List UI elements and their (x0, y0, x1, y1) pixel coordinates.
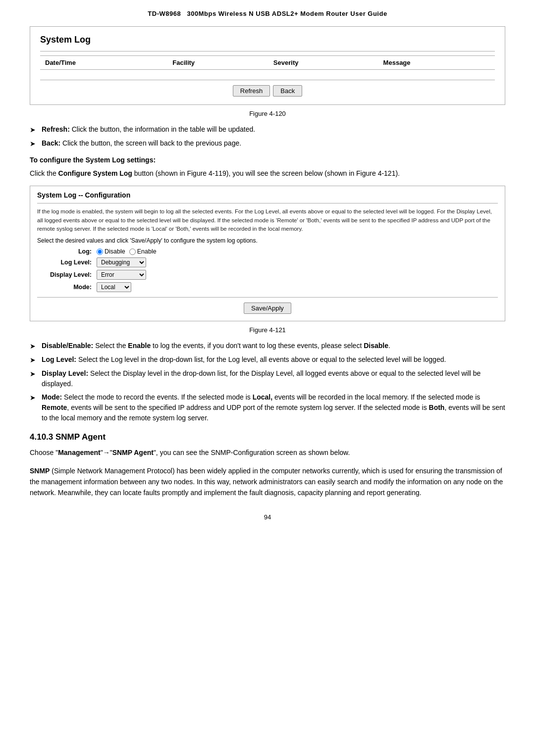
table-empty-row (40, 70, 495, 80)
mode-local-inline: Local, (253, 393, 272, 401)
refresh-button[interactable]: Refresh (233, 85, 270, 97)
back-button[interactable]: Back (273, 85, 302, 97)
system-log-buttons: Refresh Back (40, 85, 495, 97)
display-level-bullet-label: Display Level: (42, 369, 88, 377)
config-form: Log: Disable Enable Log Level: Debugging… (42, 248, 498, 292)
bullet-arrow-3: ➤ (30, 341, 38, 352)
figure-121-bullets: ➤ Disable/Enable: Select the Enable to l… (30, 341, 505, 423)
mode-label: Mode: (42, 284, 92, 291)
log-enable-radio[interactable] (129, 249, 136, 255)
mode-row: Mode: Local Remote Both (42, 282, 498, 292)
disable-enable-label: Disable/Enable: (42, 342, 93, 350)
save-apply-button[interactable]: Save/Apply (244, 302, 291, 314)
system-log-box: System Log Date/Time Facility Severity M… (30, 26, 505, 105)
system-log-config-box: System Log -- Configuration If the log m… (30, 186, 505, 321)
figure-121-caption: Figure 4-121 (30, 326, 505, 334)
bullet-back: ➤ Back: Click the button, the screen wil… (30, 138, 505, 149)
log-level-field: Debugging Information Notice Warning Err… (97, 257, 146, 267)
bullet-arrow-1: ➤ (30, 125, 38, 135)
bullet-arrow-4: ➤ (30, 355, 38, 365)
bullet-display-level: ➤ Display Level: Select the Display leve… (30, 368, 505, 389)
page-number: 94 (30, 513, 505, 521)
bullet-arrow-2: ➤ (30, 139, 38, 149)
bullet-refresh-text: Refresh: Click the button, the informati… (42, 124, 255, 135)
bullet-refresh: ➤ Refresh: Click the button, the informa… (30, 124, 505, 135)
log-enable-option[interactable]: Enable (129, 248, 157, 255)
bullet-disable-enable-text: Disable/Enable: Select the Enable to log… (42, 341, 390, 351)
config-description: If the log mode is enabled, the system w… (37, 207, 498, 233)
system-log-table: Date/Time Facility Severity Message (40, 55, 495, 80)
log-row: Log: Disable Enable (42, 248, 498, 255)
guide-title: 300Mbps Wireless N USB ADSL2+ Modem Rout… (187, 10, 387, 17)
log-level-bullet-label: Log Level: (42, 355, 76, 363)
col-severity: Severity (268, 56, 378, 70)
configure-heading: To configure the System Log settings: (30, 156, 505, 164)
bullet-back-text: Back: Click the button, the screen will … (42, 138, 241, 149)
figure-120-bullets: ➤ Refresh: Click the button, the informa… (30, 124, 505, 149)
bullet-arrow-5: ➤ (30, 369, 38, 379)
page-header: TD-W8968 300Mbps Wireless N USB ADSL2+ M… (30, 10, 505, 17)
disable-inline: Disable (364, 342, 388, 350)
mode-select[interactable]: Local Remote Both (97, 282, 131, 292)
display-level-field: Debugging Information Notice Warning Err… (97, 270, 146, 280)
display-level-label: Display Level: (42, 271, 92, 278)
log-label: Log: (42, 248, 92, 255)
bullet-arrow-6: ➤ (30, 393, 38, 403)
log-disable-radio[interactable] (97, 249, 103, 255)
log-enable-label: Enable (137, 248, 157, 255)
log-level-row: Log Level: Debugging Information Notice … (42, 257, 498, 267)
snmp-section-title: 4.10.3 SNMP Agent (30, 432, 505, 442)
snmp-description: SNMP (Simple Network Management Protocol… (30, 465, 505, 499)
snmp-intro: Choose "Management"→"SNMP Agent", you ca… (30, 447, 505, 458)
log-level-label: Log Level: (42, 259, 92, 266)
bullet-mode: ➤ Mode: Select the mode to record the ev… (30, 392, 505, 423)
config-save-row: Save/Apply (37, 297, 498, 314)
bullet-log-level: ➤ Log Level: Select the Log level in the… (30, 354, 505, 365)
log-disable-option[interactable]: Disable (97, 248, 125, 255)
mode-bullet-label: Mode: (42, 393, 62, 401)
log-disable-label: Disable (105, 248, 125, 255)
col-facility: Facility (167, 56, 268, 70)
bullet-display-level-text: Display Level: Select the Display level … (42, 368, 505, 389)
config-box-title: System Log -- Configuration (37, 191, 498, 199)
system-log-title: System Log (40, 35, 495, 45)
configure-intro: Click the Configure System Log button (s… (30, 168, 505, 179)
bullet-mode-text: Mode: Select the mode to record the even… (42, 392, 505, 423)
mode-both-inline: Both (429, 403, 445, 411)
figure-120-caption: Figure 4-120 (30, 110, 505, 117)
table-header-row: Date/Time Facility Severity Message (40, 56, 495, 70)
display-level-select[interactable]: Debugging Information Notice Warning Err… (97, 270, 146, 280)
col-message: Message (378, 56, 495, 70)
enable-inline: Enable (128, 342, 151, 350)
model-name: TD-W8968 (148, 10, 181, 17)
mode-remote-inline: Remote (42, 403, 67, 411)
bullet-log-level-text: Log Level: Select the Log level in the d… (42, 354, 446, 365)
bullet-disable-enable: ➤ Disable/Enable: Select the Enable to l… (30, 341, 505, 352)
col-datetime: Date/Time (40, 56, 167, 70)
refresh-label: Refresh: (42, 125, 70, 133)
display-level-row: Display Level: Debugging Information Not… (42, 270, 498, 280)
mode-field: Local Remote Both (97, 282, 131, 292)
log-level-select[interactable]: Debugging Information Notice Warning Err… (97, 257, 146, 267)
back-label: Back: (42, 139, 60, 147)
config-select-note: Select the desired values and click 'Sav… (37, 237, 498, 244)
log-radio-group: Disable Enable (97, 248, 157, 255)
